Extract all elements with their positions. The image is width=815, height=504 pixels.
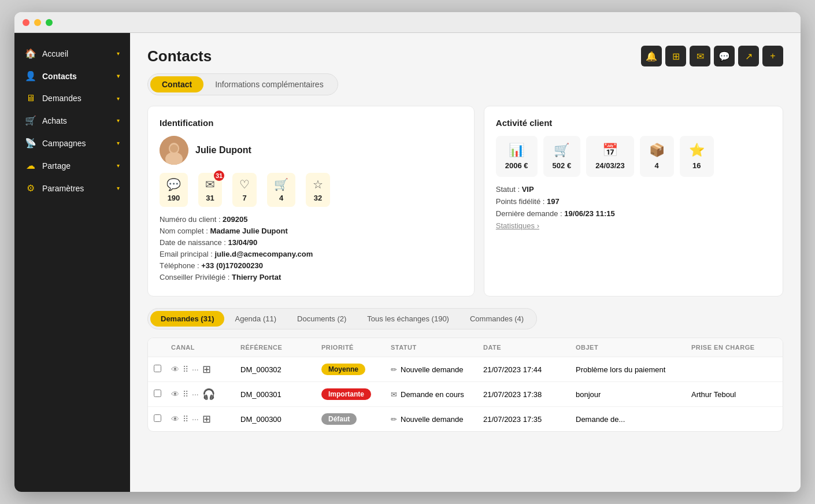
contact-field: Numéro du client : 209205 [160, 215, 462, 224]
maximize-button[interactable] [46, 19, 53, 26]
accueil-icon: 🏠 [25, 48, 36, 59]
drag-icon[interactable]: ⠿ [183, 365, 188, 374]
row-objet: bonjour [576, 390, 691, 399]
email-icon[interactable]: ✉ [690, 46, 710, 66]
more-icon[interactable]: ··· [192, 390, 199, 399]
view-icon[interactable]: 👁 [171, 390, 179, 399]
revenue-icon: 📊 [509, 143, 524, 158]
stats-link[interactable]: Statistiques › [496, 221, 539, 230]
sub-tab-demandes[interactable]: Demandes (31) [150, 311, 224, 327]
sub-tab-documents[interactable]: Documents (2) [287, 311, 357, 327]
star-icon: ⭐ [689, 143, 705, 158]
sidebar-label: Demandes [42, 94, 82, 103]
contact-avatar: Julie Dupont [160, 136, 462, 165]
row-priorite: Défaut [321, 413, 391, 425]
row-objet: Problème lors du paiement [576, 365, 691, 374]
calendar-icon: 📅 [602, 143, 618, 158]
sidebar-item-campagnes[interactable]: 📡 Campagnes ▾ [14, 132, 130, 154]
chevron-icon: ▾ [117, 50, 120, 57]
main-content: Contacts 🔔⊞✉💬↗+ ContactInformations comp… [130, 33, 801, 492]
more-icon[interactable]: ··· [192, 414, 199, 424]
sidebar-item-achats[interactable]: 🛒 Achats ▾ [14, 109, 130, 132]
bell-icon[interactable]: 🔔 [641, 46, 662, 66]
sidebar-item-accueil[interactable]: 🏠 Accueil ▾ [14, 42, 130, 65]
contacts-icon: 👤 [25, 71, 36, 81]
act-value: 2006 € [505, 161, 528, 170]
row-reference: DM_000301 [240, 390, 321, 399]
more-icon[interactable]: ··· [192, 365, 199, 374]
act-calendar: 📅 24/03/23 [586, 136, 634, 177]
row-checkbox[interactable] [154, 365, 171, 374]
row-statut: ✉ Demande en cours [391, 390, 483, 399]
chevron-icon: ▾ [117, 140, 120, 146]
chevron-icon: ▾ [117, 162, 120, 169]
contact-field: Date de naissance : 13/04/90 [160, 238, 462, 247]
chevron-icon: ▾ [117, 117, 120, 124]
parametres-icon: ⚙ [25, 183, 36, 194]
tab-contact[interactable]: Contact [150, 76, 203, 92]
table-row: 👁 ⠿ ··· ⊞ DM_000302 Moyenne ✏ Nouvelle d… [148, 357, 783, 382]
table-header: CANALRÉFÉRENCEPRIORITÉSTATUTDATEOBJETPRI… [148, 338, 783, 357]
app-window: 🏠 Accueil ▾ 👤 Contacts ▾ 🖥 Demandes ▾ 🛒 … [14, 12, 801, 492]
grid-icon[interactable]: ⊞ [665, 46, 686, 66]
activity-meta: Statut : VIP Points fidélité : 197 Derni… [496, 185, 771, 230]
package-icon: 📦 [649, 143, 665, 158]
act-revenue: 📊 2006 € [496, 136, 538, 177]
contact-field: Conseiller Privilégié : Thierry Portat [160, 273, 462, 281]
stat-messages: 💬 190 [160, 173, 188, 207]
row-objet: Demande de... [576, 415, 691, 424]
cart-icon: 🛒 [554, 143, 569, 158]
table-header-col-7: PRISE EN CHARGE [691, 344, 772, 351]
stat-value: 32 [314, 194, 322, 202]
stat-value: 190 [168, 194, 180, 202]
contact-field: Téléphone : +33 (0)170200230 [160, 261, 462, 270]
table-body: 👁 ⠿ ··· ⊞ DM_000302 Moyenne ✏ Nouvelle d… [148, 357, 783, 431]
chevron-icon: ▾ [117, 95, 120, 102]
favoris-icon: ♡ [239, 177, 250, 191]
stat-value: 7 [242, 194, 246, 202]
sidebar-item-partage[interactable]: ☁ Partage ▾ [14, 154, 130, 177]
row-actions[interactable]: 👁 ⠿ ··· ⊞ [171, 363, 240, 376]
table-header-col-5: DATE [483, 344, 576, 351]
view-icon[interactable]: 👁 [171, 365, 179, 374]
messages-icon: 💬 [166, 177, 181, 191]
drag-icon[interactable]: ⠿ [183, 414, 188, 424]
table-header-col-2: RÉFÉRENCE [240, 344, 321, 351]
sub-tab-agenda[interactable]: Agenda (11) [224, 311, 287, 327]
close-button[interactable] [23, 19, 29, 26]
statut-row: Statut : VIP [496, 185, 771, 194]
act-value: 4 [655, 161, 659, 170]
drag-icon[interactable]: ⠿ [183, 390, 188, 399]
export-icon[interactable]: ↗ [738, 46, 759, 66]
top-tabs: ContactInformations complémentaires [147, 73, 338, 95]
row-checkbox[interactable] [154, 414, 171, 424]
add-icon[interactable]: + [762, 46, 783, 66]
chat-icon[interactable]: 💬 [714, 46, 735, 66]
demandes-icon: 🖥 [25, 93, 36, 103]
contact-field: Email principal : julie.d@acmecompany.co… [160, 250, 462, 258]
view-icon[interactable]: 👁 [171, 414, 179, 424]
sub-tab-commandes[interactable]: Commandes (4) [460, 311, 534, 327]
sidebar-item-parametres[interactable]: ⚙ Paramètres ▾ [14, 177, 130, 199]
titlebar [14, 12, 801, 33]
activity-icons: 📊 2006 € 🛒 502 € 📅 24/03/23 📦 4 ⭐ 16 [496, 136, 771, 177]
contact-stats: 💬 190 ✉ 31 31 ♡ 7 🛒 4 ☆ 32 [160, 173, 462, 207]
act-value: 502 € [553, 161, 572, 170]
sub-tab-echanges[interactable]: Tous les échanges (190) [357, 311, 460, 327]
sidebar-item-contacts[interactable]: 👤 Contacts ▾ [14, 65, 130, 87]
stat-value: 4 [279, 194, 283, 202]
contact-info: Numéro du client : 209205Nom complet : M… [160, 215, 462, 281]
row-prise-en-charge: Arthur Teboul [691, 390, 772, 399]
sidebar-label: Accueil [42, 49, 68, 58]
star-icon: ☆ [313, 177, 323, 191]
row-date: 21/07/2023 17:35 [483, 415, 576, 424]
points-row: Points fidélité : 197 [496, 197, 771, 206]
sidebar-item-demandes[interactable]: 🖥 Demandes ▾ [14, 87, 130, 109]
minimize-button[interactable] [34, 19, 41, 26]
campagnes-icon: 📡 [25, 138, 36, 149]
partage-icon: ☁ [25, 160, 36, 171]
row-actions[interactable]: 👁 ⠿ ··· ⊞ [171, 413, 240, 425]
row-actions[interactable]: 👁 ⠿ ··· 🎧 [171, 388, 240, 401]
tab-infos[interactable]: Informations complémentaires [203, 76, 335, 92]
row-checkbox[interactable] [154, 390, 171, 399]
